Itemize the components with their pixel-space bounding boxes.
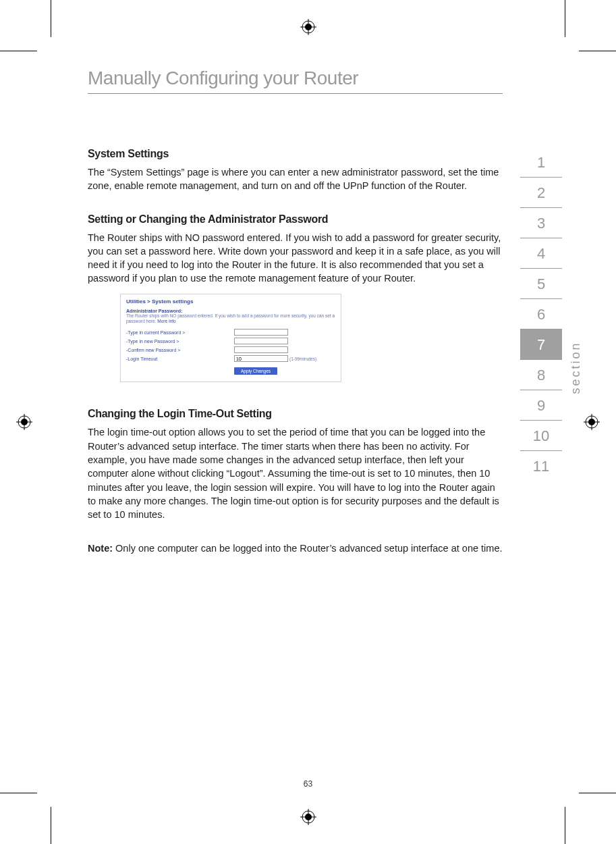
input-login-timeout[interactable] xyxy=(234,355,288,362)
section-tab-10[interactable]: 10 xyxy=(520,421,562,451)
row-confirm-password: -Confirm new Password > xyxy=(126,346,335,353)
label-confirm-password: -Confirm new Password > xyxy=(126,348,234,352)
label-current-password: -Type in current Password > xyxy=(126,330,234,335)
crop-mark xyxy=(0,793,37,793)
crop-mark xyxy=(579,793,616,793)
page-content: Manually Configuring your Router System … xyxy=(88,68,503,576)
note-label: Note: xyxy=(88,543,113,554)
section-tab-5[interactable]: 5 xyxy=(520,269,562,299)
body-admin-password: The Router ships with NO password entere… xyxy=(88,231,503,286)
screenshot-subheading: Administrator Password: xyxy=(126,309,335,313)
heading-login-timeout: Changing the Login Time-Out Setting xyxy=(88,408,503,420)
screenshot-breadcrumb: Utilities > System settings xyxy=(126,298,335,305)
section-tab-7[interactable]: 7 xyxy=(520,329,562,360)
label-new-password: -Type in new Password > xyxy=(126,339,234,344)
input-confirm-password[interactable] xyxy=(234,346,288,353)
label-login-timeout: -Login Timeout xyxy=(126,357,234,361)
body-system-settings: The “System Settings” page is where you … xyxy=(88,165,503,193)
row-current-password: -Type in current Password > xyxy=(126,329,335,336)
section-label: section xyxy=(569,342,583,394)
heading-system-settings: System Settings xyxy=(88,148,503,160)
crop-mark xyxy=(51,0,51,37)
section-tab-1[interactable]: 1 xyxy=(520,147,562,178)
registration-mark-icon xyxy=(300,19,316,35)
page-number: 63 xyxy=(304,779,312,789)
registration-mark-icon xyxy=(16,414,32,430)
chapter-title: Manually Configuring your Router xyxy=(88,68,503,94)
registration-mark-icon xyxy=(300,809,316,825)
button-row: Apply Changes xyxy=(126,367,335,375)
input-new-password[interactable] xyxy=(234,338,288,344)
body-login-timeout: The login time-out option allows you to … xyxy=(88,425,503,521)
section-tab-8[interactable]: 8 xyxy=(520,360,562,390)
crop-mark xyxy=(565,0,565,37)
screenshot-desc: The Router ships with NO password entere… xyxy=(126,313,335,324)
row-new-password: -Type in new Password > xyxy=(126,338,335,344)
embedded-screenshot: Utilities > System settings Administrato… xyxy=(120,294,341,383)
note-body: Only one computer can be logged into the… xyxy=(113,543,502,554)
section-tab-11[interactable]: 11 xyxy=(520,451,562,481)
section-tab-2[interactable]: 2 xyxy=(520,178,562,208)
crop-mark xyxy=(0,51,37,51)
row-login-timeout: -Login Timeout (1-99minutes) xyxy=(126,355,335,362)
section-tab-4[interactable]: 4 xyxy=(520,238,562,269)
more-info-link[interactable]: More Info xyxy=(157,319,175,323)
note-paragraph: Note: Only one computer can be logged in… xyxy=(88,542,503,555)
crop-mark xyxy=(565,807,565,844)
crop-mark xyxy=(579,51,616,51)
registration-mark-icon xyxy=(584,414,600,430)
section-tab-9[interactable]: 9 xyxy=(520,390,562,421)
section-tab-6[interactable]: 6 xyxy=(520,299,562,329)
section-nav: 1 2 3 4 5 6 7 8 9 10 11 xyxy=(520,147,562,481)
input-current-password[interactable] xyxy=(234,329,288,336)
section-tab-3[interactable]: 3 xyxy=(520,208,562,238)
crop-mark xyxy=(51,807,51,844)
apply-changes-button[interactable]: Apply Changes xyxy=(234,367,277,375)
heading-admin-password: Setting or Changing the Administrator Pa… xyxy=(88,213,503,226)
hint-login-timeout: (1-99minutes) xyxy=(289,357,316,361)
